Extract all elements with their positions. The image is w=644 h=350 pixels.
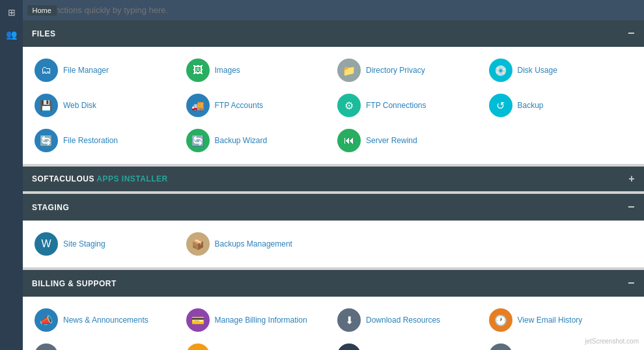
item-label: Directory Privacy: [366, 66, 425, 75]
item-icon: ⚙: [337, 94, 361, 117]
sidebar: ⊞ Home 👥: [0, 0, 23, 350]
item-label: Site Staging: [63, 239, 105, 249]
item-icon: 📣: [35, 308, 58, 332]
item-icon: 🖼: [186, 59, 210, 82]
item-disk-usage[interactable]: 💿 Disk Usage: [486, 55, 636, 86]
item-check-network-status[interactable]: 📡 Check Network Status: [335, 340, 484, 350]
item-ftp-accounts[interactable]: 🚚 FTP Accounts: [184, 90, 333, 121]
item-label: Server Rewind: [366, 136, 417, 145]
item-icon: 📦: [186, 232, 210, 256]
section-title: STAGING: [32, 203, 69, 212]
item-icon: ↺: [489, 94, 512, 117]
section-toggle-icon: −: [628, 200, 635, 214]
section-staging: STAGING − W Site Staging 📦 Backups Manag…: [23, 194, 644, 267]
item-download-resources[interactable]: ⬇ Download Resources: [335, 304, 484, 336]
search-bar: [23, 0, 644, 20]
item-manage-billing-information[interactable]: 💳 Manage Billing Information: [184, 304, 333, 336]
item-view-email-history[interactable]: 🕐 View Email History: [486, 304, 636, 336]
item-news-&-announcements[interactable]: 📣 News & Announcements: [32, 304, 181, 336]
item-icon: 🚚: [186, 94, 210, 117]
item-label: Backup: [518, 101, 544, 110]
item-label: Manage Billing Information: [215, 316, 307, 325]
section-toggle-icon: −: [628, 27, 635, 40]
item-icon: 💿: [489, 59, 512, 82]
item-server-rewind[interactable]: ⏮ Server Rewind: [335, 125, 484, 156]
item-label: News & Announcements: [63, 316, 148, 325]
item-icon: 🔍: [186, 343, 210, 350]
item-icon: 🔄: [35, 129, 58, 152]
item-icon: ⏮: [337, 129, 361, 152]
item-label: Backup Wizard: [215, 136, 268, 145]
item-label: Backups Management: [215, 239, 292, 249]
item-backups-management[interactable]: 📦 Backups Management: [184, 228, 333, 260]
section-files: FILES − 🗂 File Manager 🖼 Images 📁 Direct…: [23, 20, 644, 164]
item-icon: ℹ: [489, 343, 512, 350]
item-backup[interactable]: ↺ Backup: [486, 90, 636, 121]
section-title: SOFTACULOUS APPS INSTALLER: [32, 174, 168, 183]
item-file-restoration[interactable]: 🔄 File Restoration: [32, 125, 181, 156]
section-toggle-icon: +: [628, 173, 635, 185]
item-icon: 💾: [35, 94, 58, 117]
item-label: Download Resources: [366, 316, 440, 325]
item-label: File Restoration: [63, 136, 118, 145]
item-label: Images: [215, 66, 240, 75]
item-images[interactable]: 🖼 Images: [184, 55, 333, 86]
item-label: View Email History: [518, 316, 583, 325]
item-label: Disk Usage: [518, 66, 557, 75]
item-icon: 📡: [337, 343, 361, 350]
watermark: jetScreenshot.com: [585, 338, 639, 345]
item-search-our-knowledgebase[interactable]: 🔍 Search our Knowledgebase: [184, 340, 333, 350]
item-label: FTP Accounts: [215, 101, 263, 110]
item-icon: 🕐: [489, 308, 512, 332]
section-header-staging[interactable]: STAGING −: [23, 194, 644, 221]
section-header-files[interactable]: FILES −: [23, 20, 644, 47]
users-icon[interactable]: 👥: [5, 27, 19, 42]
section-billing: BILLING & SUPPORT − 📣 News & Announcemen…: [23, 270, 644, 350]
section-title: FILES: [32, 29, 56, 38]
item-icon: 🔄: [186, 129, 210, 152]
item-web-disk[interactable]: 💾 Web Disk: [32, 90, 181, 121]
item-icon: W: [35, 232, 58, 256]
item-icon: ⬇: [337, 308, 361, 332]
section-header-softaculous[interactable]: SOFTACULOUS APPS INSTALLER +: [23, 167, 644, 191]
grid-icon[interactable]: ⊞: [5, 5, 19, 20]
item-site-staging[interactable]: W Site Staging: [32, 228, 181, 260]
section-toggle-icon: −: [628, 276, 635, 290]
main-content: FILES − 🗂 File Manager 🖼 Images 📁 Direct…: [23, 0, 644, 350]
section-header-billing[interactable]: BILLING & SUPPORT −: [23, 270, 644, 297]
item-icon: 📋: [35, 343, 58, 350]
item-file-manager[interactable]: 🗂 File Manager: [32, 55, 181, 86]
item-icon: 🗂: [35, 59, 58, 82]
item-directory-privacy[interactable]: 📁 Directory Privacy: [335, 55, 484, 86]
item-backup-wizard[interactable]: 🔄 Backup Wizard: [184, 125, 333, 156]
sections-container: FILES − 🗂 File Manager 🖼 Images 📁 Direct…: [23, 20, 644, 350]
section-title: BILLING & SUPPORT: [32, 279, 117, 288]
item-ftp-connections[interactable]: ⚙ FTP Connections: [335, 90, 484, 121]
item-label: File Manager: [63, 66, 109, 75]
item-icon: 💳: [186, 308, 210, 332]
item-view-invoice-history[interactable]: 📋 View Invoice History: [32, 340, 181, 350]
section-softaculous: SOFTACULOUS APPS INSTALLER +: [23, 167, 644, 191]
item-label: Web Disk: [63, 101, 96, 110]
search-input[interactable]: [29, 5, 637, 15]
item-icon: 📁: [337, 59, 361, 82]
item-label: FTP Connections: [366, 101, 427, 110]
